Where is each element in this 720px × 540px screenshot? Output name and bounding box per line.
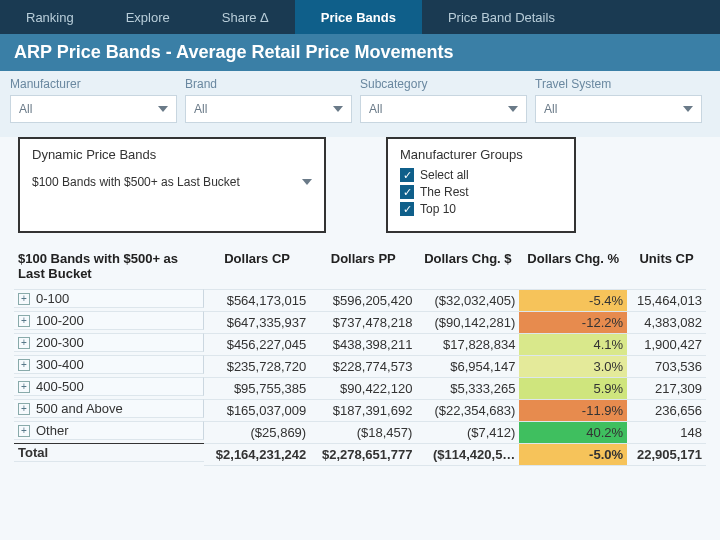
cell-units: 148 [627,421,706,443]
cell-chg: $5,333,265 [416,377,519,399]
cell-chg: ($22,354,683) [416,399,519,421]
tab-price-bands[interactable]: Price Bands [295,0,422,34]
filter-select-subcategory[interactable]: All [360,95,527,123]
cell-pct: -5.4% [519,289,627,311]
cell-units: 217,309 [627,377,706,399]
cell-pp: $187,391,692 [310,399,416,421]
band-label: 500 and Above [36,401,123,416]
cell-pct: 4.1% [519,333,627,355]
filter-select-brand[interactable]: All [185,95,352,123]
filter-label-brand: Brand [185,77,352,91]
band-label: 200-300 [36,335,84,350]
chevron-down-icon [683,106,693,112]
cell-pct: 3.0% [519,355,627,377]
col-header: Dollars Chg. $ [416,251,519,289]
expand-icon[interactable]: + [18,293,30,305]
tab-price-band-details[interactable]: Price Band Details [422,0,581,34]
expand-icon[interactable]: + [18,425,30,437]
cell-chg: ($32,032,405) [416,289,519,311]
cell-pct: -5.0% [519,443,627,465]
cell-pp: $228,774,573 [310,355,416,377]
checkbox-the-rest[interactable]: ✓The Rest [400,185,562,199]
cell-units: 1,900,427 [627,333,706,355]
cell-units: 15,464,013 [627,289,706,311]
cell-cp: $564,173,015 [204,289,310,311]
table-row: +100-200$647,335,937$737,478,218($90,142… [14,311,706,333]
filter-select-travel-system[interactable]: All [535,95,702,123]
filter-value: All [194,102,207,116]
band-label: 100-200 [36,313,84,328]
col-header: Units CP [627,251,706,289]
cell-cp: $2,164,231,242 [204,443,310,465]
table-row: +200-300$456,227,045$438,398,211$17,828,… [14,333,706,355]
cell-units: 236,656 [627,399,706,421]
cell-chg: ($114,420,5… [416,443,519,465]
checkbox-label: Select all [420,168,469,182]
tab-share-[interactable]: Share Δ [196,0,295,34]
tab-ranking[interactable]: Ranking [0,0,100,34]
filter-value: All [544,102,557,116]
cell-pct: 5.9% [519,377,627,399]
cell-units: 22,905,171 [627,443,706,465]
tab-explore[interactable]: Explore [100,0,196,34]
cell-pp: $2,278,651,777 [310,443,416,465]
col-header: Dollars Chg. % [519,251,627,289]
chevron-down-icon [333,106,343,112]
mfg-groups-title: Manufacturer Groups [400,147,562,162]
cell-cp: $456,227,045 [204,333,310,355]
checkbox-select-all[interactable]: ✓Select all [400,168,562,182]
chevron-down-icon [508,106,518,112]
cell-units: 703,536 [627,355,706,377]
cell-pct: -12.2% [519,311,627,333]
band-label: 0-100 [36,291,69,306]
expand-icon[interactable]: + [18,337,30,349]
expand-icon[interactable]: + [18,381,30,393]
band-label: 400-500 [36,379,84,394]
band-label: Total [18,445,48,460]
col-header: Dollars CP [204,251,310,289]
expand-icon[interactable]: + [18,315,30,327]
filter-label-travel-system: Travel System [535,77,702,91]
filter-label-subcategory: Subcategory [360,77,527,91]
expand-icon[interactable]: + [18,359,30,371]
checkbox-icon: ✓ [400,168,414,182]
band-label: 300-400 [36,357,84,372]
band-label: Other [36,423,69,438]
checkbox-icon: ✓ [400,202,414,216]
price-bands-table: $100 Bands with $500+ as Last BucketDoll… [14,251,706,466]
dynamic-bands-select[interactable]: $100 Bands with $500+ as Last Bucket [32,168,312,196]
cell-cp: $235,728,720 [204,355,310,377]
cell-pct: 40.2% [519,421,627,443]
cell-pp: ($18,457) [310,421,416,443]
filter-select-manufacturer[interactable]: All [10,95,177,123]
cell-units: 4,383,082 [627,311,706,333]
cell-cp: $95,755,385 [204,377,310,399]
table-total-row: Total$2,164,231,242$2,278,651,777($114,4… [14,443,706,465]
cell-pp: $596,205,420 [310,289,416,311]
dynamic-bands-title: Dynamic Price Bands [32,147,312,162]
page-title: ARP Price Bands - Average Retail Price M… [0,34,720,71]
cell-chg: $6,954,147 [416,355,519,377]
checkbox-top-10[interactable]: ✓Top 10 [400,202,562,216]
cell-pp: $90,422,120 [310,377,416,399]
cell-chg: ($90,142,281) [416,311,519,333]
filter-value: All [19,102,32,116]
filter-label-manufacturer: Manufacturer [10,77,177,91]
cell-cp: $647,335,937 [204,311,310,333]
table-row: +Other($25,869)($18,457)($7,412)40.2%148 [14,421,706,443]
dynamic-price-bands-panel: Dynamic Price Bands $100 Bands with $500… [18,137,326,233]
table-row: +0-100$564,173,015$596,205,420($32,032,4… [14,289,706,311]
expand-icon[interactable]: + [18,403,30,415]
cell-pp: $438,398,211 [310,333,416,355]
chevron-down-icon [302,179,312,185]
table-row: +300-400$235,728,720$228,774,573$6,954,1… [14,355,706,377]
checkbox-label: Top 10 [420,202,456,216]
table-row: +500 and Above$165,037,009$187,391,692($… [14,399,706,421]
table-row: +400-500$95,755,385$90,422,120$5,333,265… [14,377,706,399]
cell-pp: $737,478,218 [310,311,416,333]
col-header: Dollars PP [310,251,416,289]
filter-row: ManufacturerAllBrandAllSubcategoryAllTra… [0,71,720,137]
checkbox-label: The Rest [420,185,469,199]
filter-value: All [369,102,382,116]
col-header: $100 Bands with $500+ as Last Bucket [14,251,204,289]
